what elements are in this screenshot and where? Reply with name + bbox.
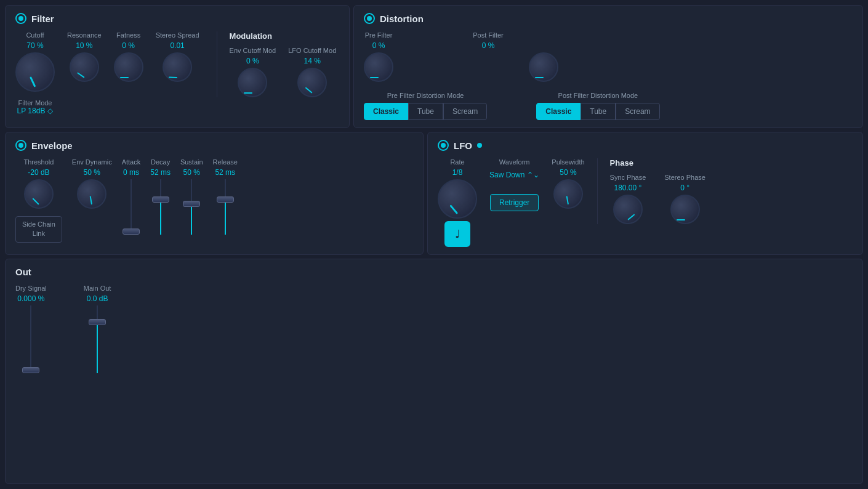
decay-value: 52 ms xyxy=(150,168,171,177)
threshold-knob[interactable] xyxy=(24,179,54,209)
sync-phase-knob[interactable] xyxy=(613,195,643,224)
sustain-group: Sustain 50 % xyxy=(180,158,203,235)
modulation-knobs-row: Env Cutoff Mod 0 % LFO Cutoff Mod 14 % xyxy=(230,47,337,97)
post-filter-label: Post Filter xyxy=(473,31,504,39)
env-dynamic-label: Env Dynamic xyxy=(72,158,112,166)
post-filter-knob[interactable] xyxy=(529,52,558,82)
decay-label: Decay xyxy=(151,158,170,166)
phase-title: Phase xyxy=(610,158,705,168)
dry-signal-group: Dry Signal 0.000 % xyxy=(15,285,47,373)
pre-filter-group: Pre Filter 0 % xyxy=(364,31,393,82)
waveform-chevron-icon: ⌃⌄ xyxy=(527,171,539,179)
env-dynamic-knob[interactable] xyxy=(77,179,106,209)
resonance-group: Resonance 10 % xyxy=(67,31,102,82)
post-filter-tube-button[interactable]: Tube xyxy=(581,103,616,120)
release-slider-fill xyxy=(225,201,226,235)
waveform-selector[interactable]: Saw Down ⌃⌄ xyxy=(489,171,539,179)
dry-signal-slider-container xyxy=(22,305,40,373)
env-dynamic-group: Env Dynamic 50 % xyxy=(72,158,112,209)
stereo-spread-label: Stereo Spread xyxy=(156,31,199,39)
release-slider-container xyxy=(216,179,235,235)
release-slider-thumb[interactable] xyxy=(217,196,234,203)
stereo-spread-value: 0.01 xyxy=(170,41,184,50)
filter-title: Filter xyxy=(31,14,54,24)
filter-mode-chevron: ◇ xyxy=(47,107,53,115)
sync-phase-group: Sync Phase 180.00 ° xyxy=(610,174,646,224)
env-cutoff-mod-label: Env Cutoff Mod xyxy=(230,47,276,54)
post-filter-value: 0 % xyxy=(482,41,495,50)
sustain-value: 50 % xyxy=(183,168,200,177)
filter-header: Filter xyxy=(15,13,339,24)
modulation-title: Modulation xyxy=(230,31,337,41)
waveform-label: Waveform xyxy=(499,158,530,166)
cutoff-knob[interactable] xyxy=(15,52,55,92)
filter-power-button[interactable] xyxy=(15,13,26,24)
pulsewidth-label: Pulsewidth xyxy=(552,158,584,166)
modulation-section: Modulation Env Cutoff Mod 0 % LFO Cutoff… xyxy=(217,31,337,97)
distortion-header: Distortion xyxy=(364,13,853,24)
main-out-value: 0.0 dB xyxy=(87,294,108,303)
fatness-knob[interactable] xyxy=(114,52,143,82)
dry-signal-label: Dry Signal xyxy=(15,285,47,292)
sustain-slider-thumb[interactable] xyxy=(183,201,200,207)
dry-signal-value: 0.000 % xyxy=(17,294,44,303)
waveform-group: Waveform Saw Down ⌃⌄ Retrigger xyxy=(489,158,539,211)
lfo-rate-label: Rate xyxy=(450,158,464,166)
pre-filter-knob[interactable] xyxy=(364,52,393,82)
filter-mode-selector[interactable]: LP 18dB ◇ xyxy=(17,107,54,115)
main-out-slider-fill xyxy=(97,324,98,373)
retrigger-button[interactable]: Retrigger xyxy=(490,194,539,211)
lfo-rate-knob[interactable] xyxy=(438,179,477,219)
lfo-cutoff-mod-value: 14 % xyxy=(304,57,321,65)
sync-phase-label: Sync Phase xyxy=(610,174,646,181)
pre-filter-tube-button[interactable]: Tube xyxy=(408,103,443,120)
out-controls: Dry Signal 0.000 % Main Out 0.0 dB xyxy=(15,285,853,373)
pulsewidth-value: 50 % xyxy=(560,168,576,177)
attack-label: Attack xyxy=(122,158,141,166)
stereo-spread-group: Stereo Spread 0.01 xyxy=(156,31,199,82)
attack-group: Attack 0 ms xyxy=(122,158,141,235)
lfo-cutoff-mod-label: LFO Cutoff Mod xyxy=(288,47,336,54)
stereo-spread-knob[interactable] xyxy=(163,52,192,82)
distortion-mode-row: Pre Filter Distortion Mode Classic Tube … xyxy=(364,92,853,120)
envelope-header: Envelope xyxy=(15,140,413,151)
pulsewidth-knob[interactable] xyxy=(553,179,583,209)
stereo-phase-knob[interactable] xyxy=(670,195,700,224)
main-out-slider-thumb[interactable] xyxy=(89,319,106,325)
attack-slider-thumb[interactable] xyxy=(123,228,140,235)
decay-slider-thumb[interactable] xyxy=(152,196,169,203)
post-filter-classic-button[interactable]: Classic xyxy=(536,103,581,120)
lfo-power-button[interactable] xyxy=(438,140,449,151)
stereo-phase-group: Stereo Phase 0 ° xyxy=(664,174,705,224)
post-filter-mode-group: Post Filter Distortion Mode Classic Tube… xyxy=(536,92,659,120)
pulsewidth-group: Pulsewidth 50 % xyxy=(552,158,584,209)
lfo-active-indicator xyxy=(477,143,482,148)
sync-phase-value: 180.00 ° xyxy=(614,184,641,192)
env-cutoff-mod-group: Env Cutoff Mod 0 % xyxy=(230,47,276,97)
side-chain-link-button[interactable]: Side Chain Link xyxy=(15,216,62,243)
attack-value: 0 ms xyxy=(123,168,139,177)
out-title: Out xyxy=(15,267,853,277)
lfo-note-button[interactable]: ♩ xyxy=(444,221,470,247)
threshold-value: -20 dB xyxy=(28,168,49,177)
env-cutoff-mod-knob[interactable] xyxy=(238,68,267,97)
distortion-power-button[interactable] xyxy=(364,13,375,24)
envelope-title: Envelope xyxy=(31,140,73,151)
dry-signal-slider-thumb[interactable] xyxy=(22,367,39,373)
cutoff-label: Cutoff xyxy=(26,31,44,39)
resonance-knob[interactable] xyxy=(70,52,99,82)
pre-filter-scream-button[interactable]: Scream xyxy=(443,103,487,120)
pre-filter-value: 0 % xyxy=(372,41,385,50)
lfo-cutoff-mod-group: LFO Cutoff Mod 14 % xyxy=(288,47,336,97)
phase-knobs: Sync Phase 180.00 ° Stereo Phase 0 ° xyxy=(610,174,705,224)
post-filter-scream-button[interactable]: Scream xyxy=(616,103,659,120)
envelope-power-button[interactable] xyxy=(15,140,26,151)
resonance-label: Resonance xyxy=(67,31,102,39)
stereo-phase-label: Stereo Phase xyxy=(664,174,705,181)
lfo-cutoff-mod-knob[interactable] xyxy=(297,68,327,97)
threshold-group: Threshold -20 dB Side Chain Link xyxy=(15,158,62,243)
fatness-group: Fatness 0 % xyxy=(114,31,143,82)
pre-filter-classic-button[interactable]: Classic xyxy=(364,103,408,120)
lfo-rate-group: Rate 1/8 ♩ xyxy=(438,158,477,247)
lfo-header: LFO xyxy=(438,140,853,151)
